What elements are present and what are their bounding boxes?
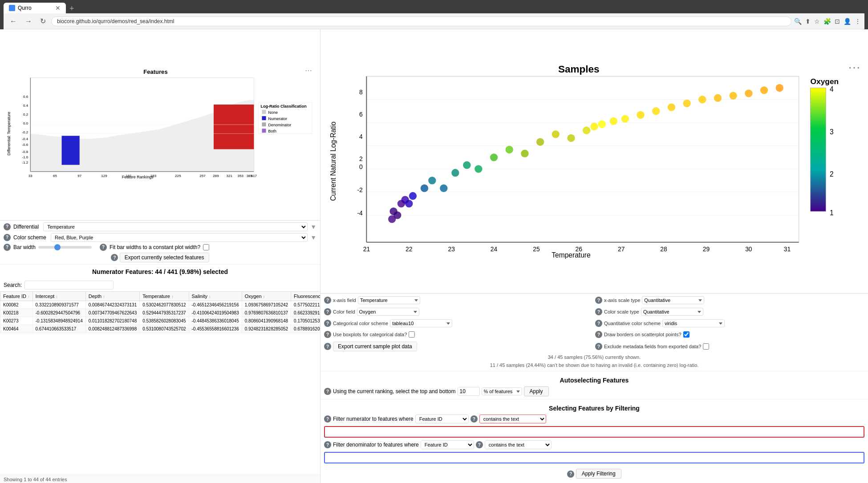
quant-color-scheme-help[interactable]: ? <box>595 320 602 327</box>
active-tab[interactable]: Qurro ✕ <box>4 3 66 13</box>
table-cell: -0.41006424019504983 <box>189 309 242 317</box>
filter-den-condition-select[interactable]: contains the text <box>485 440 552 449</box>
color-field-select[interactable]: Oxygen <box>357 308 419 316</box>
cat-color-scheme-select[interactable]: tableau10 <box>390 319 452 327</box>
use-boxplots-checkbox[interactable] <box>409 331 415 338</box>
forward-button[interactable]: → <box>22 16 35 26</box>
col-salinity[interactable]: Salinity ↕ <box>189 291 242 301</box>
draw-borders-checkbox[interactable] <box>683 331 690 338</box>
x-axis-scale-select[interactable]: Quantitative <box>642 296 704 304</box>
table-cell: 0.17050125305208397 <box>291 317 320 325</box>
differential-dropdown-icon[interactable]: ▼ <box>310 223 316 230</box>
quant-color-scheme-select[interactable]: viridis <box>662 319 725 327</box>
export-sample-button[interactable]: Export current sample plot data <box>333 342 417 351</box>
color-scheme-select[interactable]: Red, Blue, Purple <box>51 233 308 242</box>
table-cell: 0.5294447935317237 <box>140 309 189 317</box>
table-cell: 0.9769807636810137 <box>242 309 291 317</box>
svg-point-66 <box>409 192 417 200</box>
svg-text:33: 33 <box>28 174 32 178</box>
x-axis-scale-help[interactable]: ? <box>595 297 602 304</box>
filter-den-help-icon[interactable]: ? <box>324 441 331 448</box>
table-cell: 0.008467442324373131 <box>85 301 139 309</box>
bar-controls-row: ? Bar width ? Fit bar widths to a consta… <box>4 244 316 251</box>
svg-text:-0.4: -0.4 <box>22 137 28 141</box>
bar-width-slider-track[interactable] <box>38 246 92 249</box>
color-field-group: ? Color field Oxygen <box>324 307 593 317</box>
svg-text:None: None <box>268 110 278 115</box>
color-scheme-dropdown-icon[interactable]: ▼ <box>310 234 316 241</box>
draw-borders-help[interactable]: ? <box>595 331 602 338</box>
window-icon: ⊡ <box>835 18 840 25</box>
col-intercept[interactable]: Intercept ↕ <box>32 291 85 301</box>
svg-point-65 <box>405 200 413 207</box>
filter-num-condition-select[interactable]: contains the text <box>479 415 546 423</box>
svg-rect-46 <box>811 88 826 211</box>
col-temperature[interactable]: Temperature ↕ <box>140 291 189 301</box>
x-axis-field-select[interactable]: Temperature <box>358 296 420 304</box>
autoselect-unit-select[interactable]: % of features <box>482 387 522 395</box>
tab-close-button[interactable]: ✕ <box>55 4 61 12</box>
filter-numerator-text-input[interactable] <box>324 426 864 438</box>
menu-icon: ⋮ <box>855 18 861 25</box>
bar-width-help-icon[interactable]: ? <box>4 244 11 251</box>
export-features-button[interactable]: Export currently selected features <box>120 253 209 262</box>
apply-filtering-button[interactable]: Apply Filtering <box>576 469 621 479</box>
filter-num-condition-help-icon[interactable]: ? <box>471 415 478 423</box>
svg-text:4: 4 <box>830 85 834 93</box>
autoselect-number-input[interactable] <box>458 387 480 396</box>
exclude-metadata-help[interactable]: ? <box>595 343 602 350</box>
bar-width-slider-thumb[interactable] <box>54 244 61 250</box>
differential-select[interactable]: Temperature <box>43 222 308 231</box>
filter-denominator-text-input[interactable] <box>324 452 864 463</box>
fit-bar-checkbox[interactable] <box>203 244 209 250</box>
col-feature-id[interactable]: Feature ID ↑ <box>0 291 33 301</box>
x-axis-field-help[interactable]: ? <box>324 297 331 304</box>
table-cell: 0.5775022119716091 <box>291 301 320 309</box>
exclude-metadata-checkbox[interactable] <box>703 343 709 350</box>
right-panel: Samples ⋯ Oxygen 4 3 2 1 <box>320 29 868 483</box>
color-field-help[interactable]: ? <box>324 308 331 315</box>
use-boxplots-help[interactable]: ? <box>324 331 331 338</box>
color-scale-help[interactable]: ? <box>595 308 602 315</box>
svg-text:25: 25 <box>533 246 540 253</box>
color-scale-select[interactable]: Quantitative <box>641 308 703 316</box>
svg-text:0.6: 0.6 <box>23 95 28 99</box>
svg-rect-7 <box>262 122 266 126</box>
export-sample-help[interactable]: ? <box>324 343 331 350</box>
col-fluorescence[interactable]: Fluorescence ↕ <box>291 291 320 301</box>
svg-text:Denominator: Denominator <box>268 123 292 127</box>
filter-num-field-select[interactable]: Feature ID <box>415 415 469 423</box>
filter-den-condition-help-icon[interactable]: ? <box>476 441 483 448</box>
search-input[interactable] <box>24 281 114 290</box>
back-button[interactable]: ← <box>7 16 20 26</box>
filter-den-field-select[interactable]: Feature ID <box>421 440 474 449</box>
fit-bar-help-icon[interactable]: ? <box>100 244 107 251</box>
new-tab-button[interactable]: + <box>66 4 78 13</box>
color-scale-group: ? Color scale type Quantitative <box>595 307 864 317</box>
col-oxygen[interactable]: Oxygen ↕ <box>242 291 291 301</box>
apply-filtering-help-icon[interactable]: ? <box>567 471 574 478</box>
svg-text:Samples: Samples <box>558 64 600 75</box>
samples-chart-container: Samples ⋯ Oxygen 4 3 2 1 <box>320 29 868 294</box>
svg-text:⋯: ⋯ <box>305 66 312 74</box>
star-icon: ☆ <box>814 18 820 25</box>
feature-table: Feature ID ↑ Intercept ↕ Depth ↕ Tempera… <box>0 291 320 333</box>
reload-button[interactable]: ↻ <box>37 16 49 26</box>
url-bar[interactable] <box>51 16 791 26</box>
svg-point-77 <box>552 130 560 138</box>
autoselect-help-icon[interactable]: ? <box>324 388 331 395</box>
bar-width-label: Bar width <box>13 244 36 250</box>
svg-text:97: 97 <box>77 174 81 178</box>
differential-help-icon[interactable]: ? <box>4 223 11 230</box>
filter-num-help-icon[interactable]: ? <box>324 415 331 423</box>
cat-color-scheme-help[interactable]: ? <box>324 320 331 327</box>
extension-icon: 🧩 <box>823 18 831 25</box>
autoselect-apply-button[interactable]: Apply <box>524 386 549 396</box>
color-scheme-help-icon[interactable]: ? <box>4 234 11 241</box>
table-cell: 0.6623392910197659 <box>291 309 320 317</box>
export-help-icon[interactable]: ? <box>111 254 118 261</box>
filter-num-label: Filter numerator to features where <box>333 416 414 422</box>
color-scale-label: Color scale type <box>604 309 639 314</box>
col-depth[interactable]: Depth ↕ <box>85 291 139 301</box>
table-cell: 0.3322108909371577 <box>32 301 85 309</box>
